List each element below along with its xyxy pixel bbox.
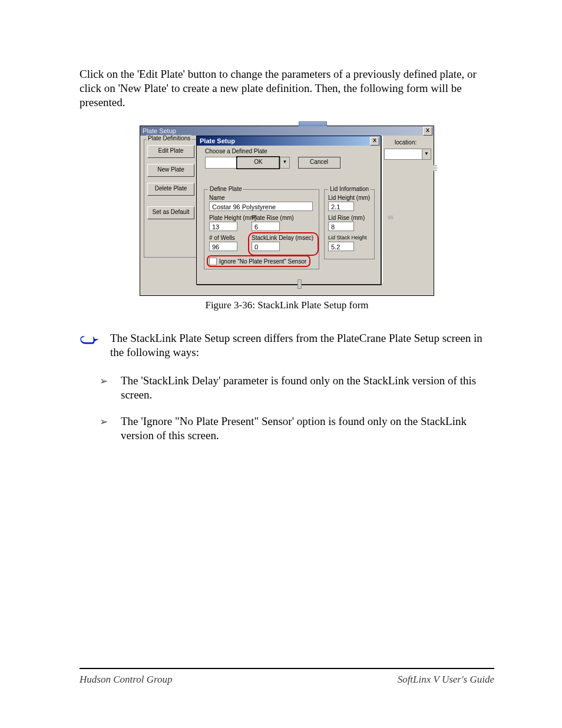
stacklink-delay-label: StackLink Delay (msec) bbox=[252, 235, 313, 241]
plate-rise-field[interactable]: 6 bbox=[252, 222, 280, 231]
wells-label: # of Wells bbox=[209, 235, 235, 241]
lid-rise-field[interactable]: 8 bbox=[328, 222, 354, 231]
define-plate-group: Define Plate Name Costar 96 Polystyrene … bbox=[204, 189, 319, 269]
arrow-bullet-icon: ➢ bbox=[100, 374, 110, 402]
delete-plate-button[interactable]: Delete Plate bbox=[147, 183, 194, 196]
ignore-sensor-checkbox[interactable] bbox=[209, 258, 217, 265]
cancel-button[interactable]: Cancel bbox=[298, 157, 340, 169]
figure-caption: Figure 3-36: StackLink Plate Setup form bbox=[140, 299, 434, 311]
inner-titlebar: Plate Setup X bbox=[197, 136, 381, 146]
inner-close-button[interactable]: X bbox=[370, 137, 379, 146]
lid-height-field[interactable]: 2.1 bbox=[328, 202, 354, 211]
screenshot-figure: Plate Setup X Plate Definitions Edit Pla… bbox=[140, 126, 434, 296]
outer-window-titlebar: Plate Setup X bbox=[140, 126, 434, 136]
edge-decoration bbox=[434, 165, 437, 171]
ok-button[interactable]: OK bbox=[237, 157, 279, 169]
name-field[interactable]: Costar 96 Polystyrene bbox=[209, 202, 313, 211]
choose-plate-label: Choose a Defined Plate bbox=[205, 148, 375, 154]
define-plate-legend: Define Plate bbox=[208, 186, 243, 192]
arrow-bullet-icon: ➢ bbox=[100, 414, 110, 443]
footer-left: Hudson Control Group bbox=[80, 674, 172, 686]
location-dropdown[interactable]: ▼ bbox=[384, 149, 431, 160]
ignore-sensor-label: Ignore "No Plate Present" Sensor bbox=[219, 258, 306, 265]
bullet-item: The 'Ignore "No Plate Present" Sensor' o… bbox=[121, 414, 494, 443]
lid-information-group: Lid Information Lid Height (mm) 2.1 Lid … bbox=[324, 189, 375, 259]
lid-stack-height-field[interactable]: 5.2 bbox=[328, 242, 354, 251]
scroll-stub-icon bbox=[297, 279, 302, 289]
background-right-panel: location: ▼ 95 bbox=[382, 136, 434, 284]
stacklink-delay-field[interactable]: 0 bbox=[252, 242, 280, 251]
inner-dialog-title: Plate Setup bbox=[200, 137, 235, 144]
ignore-sensor-row[interactable]: Ignore "No Plate Present" Sensor bbox=[209, 258, 306, 265]
plate-definitions-legend: Plate Definitions bbox=[147, 135, 191, 141]
bullet-list: ➢ The 'StackLink Delay' parameter is fou… bbox=[100, 374, 494, 443]
plate-rise-label: Plate Rise (mm) bbox=[252, 215, 294, 221]
lid-height-label: Lid Height (mm) bbox=[328, 195, 370, 201]
outer-close-button[interactable]: X bbox=[423, 127, 432, 136]
set-as-default-button[interactable]: Set as Default bbox=[147, 206, 194, 219]
lid-rise-label: Lid Rise (mm) bbox=[328, 215, 365, 221]
outer-window-title: Plate Setup bbox=[143, 127, 176, 134]
note-paragraph: The StackLink Plate Setup screen differs… bbox=[110, 331, 494, 360]
plate-height-field[interactable]: 13 bbox=[209, 222, 237, 231]
new-plate-button[interactable]: New Plate bbox=[147, 164, 194, 177]
plate-height-label: Plate Height (mm) bbox=[209, 215, 257, 221]
pointing-hand-icon bbox=[80, 331, 100, 349]
footer-rule bbox=[80, 668, 494, 669]
footer-right: SoftLinx V User's Guide bbox=[398, 674, 494, 686]
bullet-item: The 'StackLink Delay' parameter is found… bbox=[121, 374, 494, 402]
edit-plate-button[interactable]: Edit Plate bbox=[147, 145, 194, 158]
name-label: Name bbox=[209, 195, 225, 201]
intro-paragraph: Click on the 'Edit Plate' button to chan… bbox=[80, 67, 494, 109]
wells-field[interactable]: 96 bbox=[209, 242, 237, 251]
lid-information-legend: Lid Information bbox=[328, 186, 371, 192]
plate-setup-dialog: Plate Setup X Choose a Defined Plate ▼ D… bbox=[196, 136, 381, 285]
location-label: location: bbox=[395, 139, 416, 146]
chevron-down-icon: ▼ bbox=[422, 149, 431, 159]
partial-text: 95 bbox=[388, 215, 394, 220]
plate-definitions-group: Plate Definitions Edit Plate New Plate D… bbox=[144, 139, 198, 258]
